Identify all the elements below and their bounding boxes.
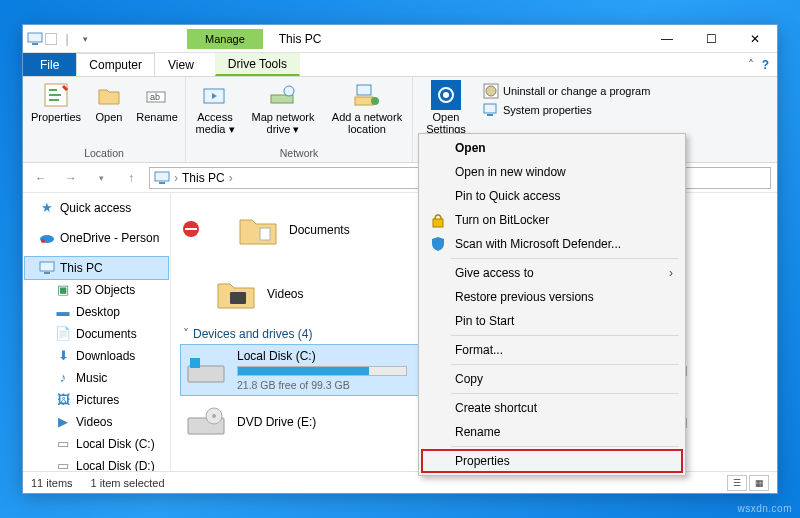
ctx-bitlocker[interactable]: Turn on BitLocker bbox=[421, 208, 683, 232]
help-icon[interactable]: ? bbox=[762, 58, 769, 72]
ctx-pin-to-start[interactable]: Pin to Start bbox=[421, 309, 683, 333]
svg-rect-24 bbox=[44, 272, 50, 274]
nav-this-pc[interactable]: This PC bbox=[25, 257, 168, 279]
folder-videos[interactable]: Videos bbox=[181, 269, 441, 319]
svg-rect-18 bbox=[487, 114, 493, 116]
selection-count: 1 item selected bbox=[91, 477, 165, 489]
svg-point-11 bbox=[371, 97, 379, 105]
svg-rect-0 bbox=[28, 33, 42, 42]
forward-button[interactable]: → bbox=[59, 166, 83, 190]
svg-rect-20 bbox=[159, 182, 165, 184]
star-icon: ★ bbox=[39, 200, 55, 216]
nav-music[interactable]: ♪Music bbox=[25, 367, 168, 389]
ctx-properties[interactable]: Properties bbox=[421, 449, 683, 473]
manage-contextual-tab[interactable]: Manage bbox=[187, 29, 263, 49]
ctx-defender-scan[interactable]: Scan with Microsoft Defender... bbox=[421, 232, 683, 256]
nav-desktop[interactable]: ▬Desktop bbox=[25, 301, 168, 323]
recent-dropdown-icon[interactable]: ▾ bbox=[89, 166, 113, 190]
drive-icon bbox=[185, 349, 227, 391]
downloads-icon: ⬇ bbox=[55, 348, 71, 364]
svg-rect-30 bbox=[188, 366, 224, 382]
nav-quick-access[interactable]: ★Quick access bbox=[25, 197, 168, 219]
svg-rect-26 bbox=[185, 228, 197, 230]
tab-view[interactable]: View bbox=[155, 53, 207, 76]
titlebar: | ▾ Manage This PC — ☐ ✕ bbox=[23, 25, 777, 53]
rename-button[interactable]: ab Rename bbox=[135, 79, 179, 146]
nav-local-disk-d[interactable]: ▭Local Disk (D:) bbox=[25, 455, 168, 471]
group-label-network: Network bbox=[192, 146, 406, 160]
svg-rect-19 bbox=[155, 172, 169, 181]
minimize-button[interactable]: — bbox=[645, 25, 689, 53]
breadcrumb[interactable]: This PC bbox=[182, 171, 225, 185]
pc-icon bbox=[39, 260, 55, 276]
svg-rect-9 bbox=[357, 85, 371, 95]
item-count: 11 items bbox=[31, 477, 73, 489]
close-button[interactable]: ✕ bbox=[733, 25, 777, 53]
pc-icon bbox=[27, 31, 43, 47]
add-network-location-button[interactable]: Add a network location bbox=[328, 79, 406, 146]
tab-computer[interactable]: Computer bbox=[76, 53, 155, 76]
folder-documents[interactable]: Documents bbox=[181, 201, 441, 259]
tab-drive-tools[interactable]: Drive Tools bbox=[215, 53, 300, 76]
svg-point-22 bbox=[41, 239, 45, 243]
nav-documents[interactable]: 📄Documents bbox=[25, 323, 168, 345]
chevron-right-icon: › bbox=[669, 266, 673, 280]
ctx-give-access-to[interactable]: Give access to› bbox=[421, 261, 683, 285]
properties-button[interactable]: Properties bbox=[29, 79, 83, 146]
ribbon-collapse-icon[interactable]: ˄ bbox=[748, 58, 754, 72]
chevron-right-icon[interactable]: › bbox=[174, 171, 178, 185]
videos-icon: ▶ bbox=[55, 414, 71, 430]
nav-local-disk-c[interactable]: ▭Local Disk (C:) bbox=[25, 433, 168, 455]
network-location-icon bbox=[352, 81, 382, 109]
group-label-location: Location bbox=[29, 146, 179, 160]
chevron-down-icon: ˅ bbox=[183, 327, 189, 341]
maximize-button[interactable]: ☐ bbox=[689, 25, 733, 53]
nav-pictures[interactable]: 🖼Pictures bbox=[25, 389, 168, 411]
nav-downloads[interactable]: ⬇Downloads bbox=[25, 345, 168, 367]
checkbox-icon[interactable] bbox=[45, 33, 57, 45]
nav-videos[interactable]: ▶Videos bbox=[25, 411, 168, 433]
ctx-pin-quick-access[interactable]: Pin to Quick access bbox=[421, 184, 683, 208]
quick-access-toolbar: | ▾ bbox=[23, 31, 97, 47]
navigation-pane: ★Quick access OneDrive - Person This PC … bbox=[23, 193, 171, 471]
tab-file[interactable]: File bbox=[23, 53, 76, 76]
svg-rect-1 bbox=[32, 43, 38, 45]
ctx-copy[interactable]: Copy bbox=[421, 367, 683, 391]
ctx-open[interactable]: Open bbox=[421, 136, 683, 160]
svg-text:ab: ab bbox=[150, 92, 160, 102]
folder-icon bbox=[237, 209, 279, 251]
ctx-format[interactable]: Format... bbox=[421, 338, 683, 362]
open-button[interactable]: Open bbox=[89, 79, 129, 146]
chevron-right-icon[interactable]: › bbox=[229, 171, 233, 185]
nav-3d-objects[interactable]: ▣3D Objects bbox=[25, 279, 168, 301]
svg-rect-31 bbox=[190, 358, 200, 368]
map-drive-button[interactable]: Map network drive ▾ bbox=[244, 79, 322, 146]
explorer-window: | ▾ Manage This PC — ☐ ✕ File Computer V… bbox=[22, 24, 778, 494]
drive-dvd-e[interactable]: DVD Drive (E:) bbox=[181, 397, 441, 447]
ctx-create-shortcut[interactable]: Create shortcut bbox=[421, 396, 683, 420]
back-button[interactable]: ← bbox=[29, 166, 53, 190]
uninstall-program-button[interactable]: Uninstall or change a program bbox=[483, 83, 650, 99]
details-view-button[interactable]: ☰ bbox=[727, 475, 747, 491]
ribbon-group-location: Properties Open ab Rename Location bbox=[23, 77, 186, 162]
separator bbox=[451, 446, 679, 447]
svg-rect-29 bbox=[230, 292, 246, 304]
ctx-open-new-window[interactable]: Open in new window bbox=[421, 160, 683, 184]
documents-icon: 📄 bbox=[55, 326, 71, 342]
shield-icon bbox=[429, 235, 447, 253]
svg-point-14 bbox=[443, 92, 449, 98]
svg-point-16 bbox=[486, 86, 496, 96]
dvd-drive-icon bbox=[185, 401, 227, 443]
ctx-rename[interactable]: Rename bbox=[421, 420, 683, 444]
music-icon: ♪ bbox=[55, 370, 71, 386]
chevron-down-icon[interactable]: ▾ bbox=[77, 31, 93, 47]
up-button[interactable]: ↑ bbox=[119, 166, 143, 190]
access-media-button[interactable]: Access media ▾ bbox=[192, 79, 238, 146]
drive-local-disk-c[interactable]: Local Disk (C:) 21.8 GB free of 99.3 GB bbox=[181, 345, 441, 395]
nav-onedrive[interactable]: OneDrive - Person bbox=[25, 227, 168, 249]
large-icons-view-button[interactable]: ▦ bbox=[749, 475, 769, 491]
separator bbox=[451, 258, 679, 259]
system-properties-button[interactable]: System properties bbox=[483, 102, 650, 118]
storage-bar bbox=[237, 366, 407, 376]
ctx-restore-previous[interactable]: Restore previous versions bbox=[421, 285, 683, 309]
